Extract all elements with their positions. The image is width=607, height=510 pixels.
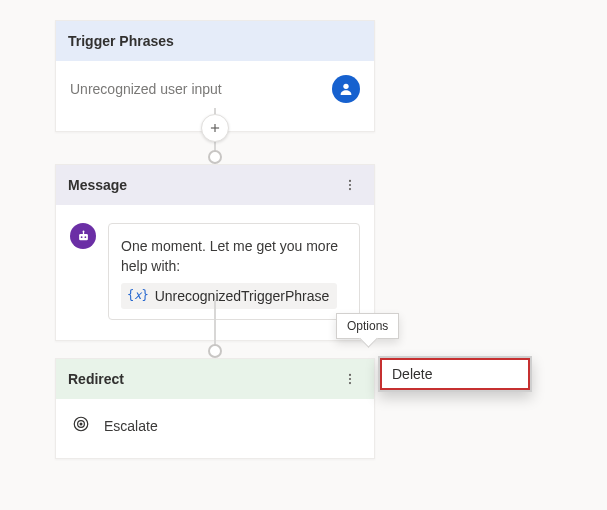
variable-chip[interactable]: {x} UnrecognizedTriggerPhrase bbox=[121, 283, 337, 309]
escalate-icon bbox=[72, 415, 90, 436]
svg-point-3 bbox=[349, 180, 351, 182]
add-node-button[interactable] bbox=[201, 114, 229, 142]
redirect-title: Redirect bbox=[68, 371, 124, 387]
message-options-button[interactable] bbox=[338, 173, 362, 197]
svg-point-13 bbox=[349, 382, 351, 384]
node-port bbox=[208, 344, 222, 358]
svg-point-11 bbox=[349, 374, 351, 376]
svg-point-5 bbox=[349, 188, 351, 190]
svg-rect-6 bbox=[79, 234, 88, 240]
redirect-header: Redirect bbox=[56, 359, 374, 399]
redirect-body: Escalate bbox=[56, 399, 374, 458]
node-port bbox=[208, 150, 222, 164]
svg-point-10 bbox=[82, 230, 84, 232]
variable-name: UnrecognizedTriggerPhrase bbox=[155, 286, 330, 306]
variable-brace-icon: {x} bbox=[127, 287, 149, 304]
redirect-node[interactable]: Redirect Escalate bbox=[55, 358, 375, 459]
svg-point-7 bbox=[80, 236, 82, 238]
message-bubble[interactable]: One moment. Let me get you more help wit… bbox=[108, 223, 360, 320]
svg-point-0 bbox=[343, 84, 348, 89]
options-tooltip: Options bbox=[336, 313, 399, 339]
trigger-phrases-title: Trigger Phrases bbox=[68, 33, 174, 49]
redirect-options-button[interactable] bbox=[338, 367, 362, 391]
authoring-canvas: Trigger Phrases Unrecognized user input … bbox=[0, 0, 607, 510]
message-text: One moment. Let me get you more help wit… bbox=[121, 236, 347, 277]
user-icon bbox=[332, 75, 360, 103]
delete-menu-item[interactable]: Delete bbox=[380, 358, 530, 390]
delete-label: Delete bbox=[392, 366, 432, 382]
trigger-phrases-header: Trigger Phrases bbox=[56, 21, 374, 61]
svg-point-12 bbox=[349, 378, 351, 380]
svg-point-8 bbox=[84, 236, 86, 238]
tooltip-text: Options bbox=[347, 319, 388, 333]
svg-point-4 bbox=[349, 184, 351, 186]
redirect-target: Escalate bbox=[104, 418, 158, 434]
bot-icon bbox=[70, 223, 96, 249]
context-menu: Delete bbox=[378, 356, 532, 392]
message-title: Message bbox=[68, 177, 127, 193]
trigger-phrase-text: Unrecognized user input bbox=[70, 81, 222, 97]
message-header: Message bbox=[56, 165, 374, 205]
svg-point-16 bbox=[80, 423, 82, 425]
